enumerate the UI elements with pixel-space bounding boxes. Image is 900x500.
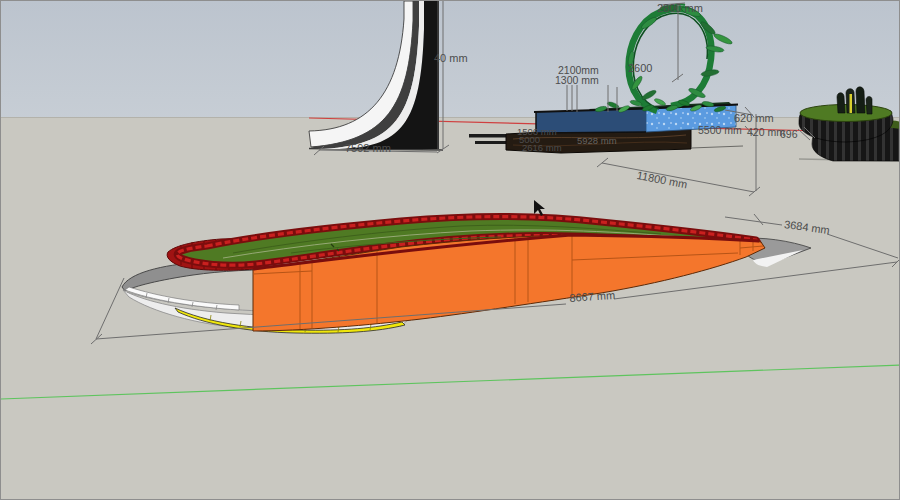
vine-leaves <box>627 4 733 101</box>
dim-label-tower-span: 7592 mm <box>345 143 391 154</box>
dim-label-planter-right-c: 696 <box>780 129 798 140</box>
vine-sculpture[interactable] <box>595 4 734 113</box>
dim-label-tower-height: 40 mm <box>434 53 468 64</box>
planter-shadow-line <box>691 146 743 148</box>
green-axis-line <box>1 365 900 399</box>
dim-label-planter-center: 5928 mm <box>577 136 617 146</box>
cactus-yellow-stripe <box>850 94 853 113</box>
cactus-plants <box>837 87 872 114</box>
dim-label-planter-right-a: 5500 mm <box>698 125 742 136</box>
tire-grass-top <box>800 105 892 122</box>
dim-label-sculpture-width: 2600 <box>628 63 652 74</box>
scene-canvas[interactable] <box>1 1 900 500</box>
dim-label-planter-offset-b: 1300 mm <box>555 75 599 86</box>
dim-label-sculpture-height: 2800 mm <box>657 3 703 14</box>
model-viewport[interactable]: 40 mm 7592 mm 2800 mm 2600 2100mm 1300 m… <box>0 0 900 500</box>
curved-monument[interactable] <box>309 1 443 150</box>
orange-platform[interactable] <box>122 217 811 334</box>
dim-label-planter-left-c: 2616 mm <box>522 143 562 153</box>
cursor-icon <box>534 200 545 216</box>
tire-planter[interactable] <box>799 87 900 161</box>
dim-label-planter-height: 620 mm <box>734 113 774 124</box>
